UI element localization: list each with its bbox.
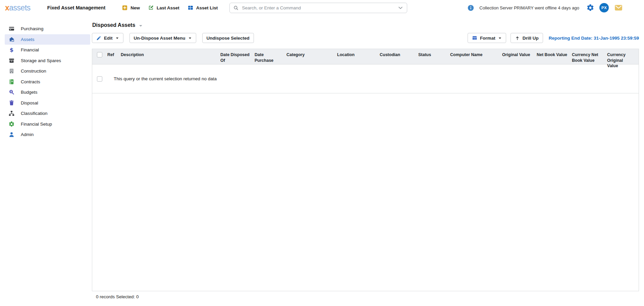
- column-header-date-purchase[interactable]: Date Purchase: [255, 52, 286, 64]
- column-header-location[interactable]: Location: [337, 52, 380, 64]
- building-icon: [8, 68, 15, 74]
- column-header-currency-original-value[interactable]: Currency Original Value: [607, 52, 639, 64]
- chevron-down-icon: [188, 36, 192, 40]
- app-title: Fixed Asset Management: [47, 5, 106, 10]
- app-logo[interactable]: xassets: [5, 4, 31, 12]
- logo-x: x: [5, 3, 9, 12]
- column-header-custodian[interactable]: Custodian: [380, 52, 418, 64]
- svg-text:$: $: [9, 47, 13, 53]
- trash-icon: [8, 100, 15, 106]
- edit-square-icon: [148, 5, 154, 11]
- row-checkbox[interactable]: [97, 76, 102, 82]
- mail-icon[interactable]: [614, 4, 623, 12]
- column-header-computer-name[interactable]: Computer Name: [450, 52, 502, 64]
- column-header-ref[interactable]: Ref: [107, 52, 121, 64]
- sidebar-item-budgets[interactable]: $Budgets: [5, 87, 90, 98]
- credit-card-icon: [8, 26, 15, 32]
- page-title: Disposed Assets: [92, 22, 135, 28]
- sidebar-item-construction[interactable]: Construction: [5, 66, 90, 77]
- logo-name: assets: [9, 3, 30, 12]
- search-dollar-icon: $: [8, 89, 15, 95]
- sidebar-item-classification[interactable]: Classification: [5, 108, 90, 119]
- pencil-icon: [96, 36, 101, 41]
- chevron-down-icon: [498, 36, 502, 40]
- chevron-down-icon: [115, 36, 119, 40]
- sidebar-item-admin[interactable]: Admin: [5, 129, 90, 140]
- column-header-original-value[interactable]: Original Value: [502, 52, 537, 64]
- sitemap-icon: [8, 110, 15, 117]
- column-header-description[interactable]: Description: [121, 52, 220, 64]
- column-header-status[interactable]: Status: [418, 52, 450, 64]
- disposed-assets-table: RefDescriptionDate Disposed OfDate Purch…: [92, 49, 639, 291]
- table-empty-row: This query or the current selection retu…: [92, 64, 639, 93]
- sidebar-item-label: Classification: [21, 111, 48, 116]
- sidebar-item-label: Storage and Spares: [21, 58, 61, 63]
- asset-house-icon: [8, 36, 15, 43]
- empty-message: This query or the current selection retu…: [114, 76, 217, 81]
- grid-table-icon: [187, 5, 194, 11]
- settings-gear-icon[interactable]: [586, 4, 594, 12]
- gear-icon: [8, 121, 15, 127]
- sidebar-item-financial[interactable]: $Financial: [5, 45, 90, 55]
- dollar-icon: $: [8, 47, 15, 53]
- format-button[interactable]: Format: [468, 33, 506, 43]
- topbar-action-label: New: [130, 5, 140, 10]
- chevron-down-icon[interactable]: [397, 5, 404, 11]
- select-all-checkbox[interactable]: [97, 52, 102, 57]
- column-header-date-disposed-of[interactable]: Date Disposed Of: [220, 52, 255, 64]
- sidebar-item-label: Contracts: [21, 79, 40, 84]
- sidebar-item-storage-and-spares[interactable]: Storage and Spares: [5, 55, 90, 66]
- column-header-currency-net-book-value[interactable]: Currency Net Book Value: [572, 52, 607, 64]
- page-title-chevron-down-icon[interactable]: [138, 23, 143, 28]
- sidebar-item-label: Financial: [21, 47, 39, 52]
- undispose-selected-button[interactable]: Undispose Selected: [202, 33, 254, 43]
- edit-button[interactable]: Edit: [92, 33, 123, 43]
- column-header-net-book-value[interactable]: Net Book Value: [537, 52, 572, 64]
- topbar: xassets Fixed Asset Management NewLast A…: [0, 0, 644, 15]
- topbar-action-label: Asset List: [196, 5, 218, 10]
- reporting-end-date-link[interactable]: Reporting End Date: 31-Jan-1995 23:59:59: [549, 36, 639, 41]
- topbar-action-label: Last Asset: [157, 5, 179, 10]
- sidebar-item-label: Assets: [21, 37, 35, 42]
- user-avatar[interactable]: PX: [599, 3, 609, 12]
- command-search-box[interactable]: [229, 3, 407, 13]
- search-input[interactable]: [241, 5, 397, 11]
- info-icon[interactable]: [467, 4, 474, 11]
- table-header-row: RefDescriptionDate Disposed OfDate Purch…: [92, 49, 639, 64]
- sidebar-item-label: Disposal: [21, 100, 38, 105]
- sidebar-item-assets[interactable]: Assets: [5, 34, 90, 45]
- format-table-icon: [472, 35, 477, 41]
- column-header-category[interactable]: Category: [286, 52, 337, 64]
- storage-box-icon: [8, 57, 15, 64]
- records-status: 0 records Selected: 0: [92, 294, 639, 299]
- sidebar-item-label: Admin: [21, 132, 34, 137]
- sidebar-item-contracts[interactable]: Contracts: [5, 77, 90, 87]
- undispose-asset-menu-button[interactable]: Un-Dispose Asset Menu: [129, 33, 196, 43]
- sidebar-item-disposal[interactable]: Disposal: [5, 98, 90, 108]
- topbar-actions: NewLast AssetAsset List: [119, 3, 221, 13]
- table-toolbar: Edit Un-Dispose Asset Menu Undispose Sel…: [92, 33, 639, 43]
- up-arrow-icon: [515, 36, 520, 41]
- sidebar-item-label: Budgets: [21, 90, 38, 95]
- topbar-action-last-asset[interactable]: Last Asset: [145, 3, 182, 13]
- sidebar-item-purchasing[interactable]: Purchasing: [5, 24, 90, 34]
- notification-text[interactable]: Collection Server PRIMARY went offline 4…: [479, 5, 579, 10]
- plus-square-icon: [122, 5, 128, 11]
- sidebar-item-label: Purchasing: [21, 26, 44, 31]
- svg-text:$: $: [10, 90, 12, 93]
- sidebar-nav: PurchasingAssets$FinancialStorage and Sp…: [0, 15, 92, 306]
- book-icon: [8, 79, 15, 85]
- search-icon: [233, 5, 239, 11]
- topbar-action-new[interactable]: New: [119, 3, 143, 13]
- topbar-action-asset-list[interactable]: Asset List: [184, 3, 221, 13]
- topbar-right: Collection Server PRIMARY went offline 4…: [467, 3, 623, 12]
- sidebar-item-label: Construction: [21, 69, 46, 74]
- sidebar-item-label: Financial Setup: [21, 122, 52, 127]
- main-content: Disposed Assets Edit Un-Dispose Asset Me…: [92, 15, 644, 306]
- drill-up-button[interactable]: Drill Up: [511, 33, 543, 43]
- person-icon: [8, 131, 15, 138]
- sidebar-item-financial-setup[interactable]: Financial Setup: [5, 119, 90, 130]
